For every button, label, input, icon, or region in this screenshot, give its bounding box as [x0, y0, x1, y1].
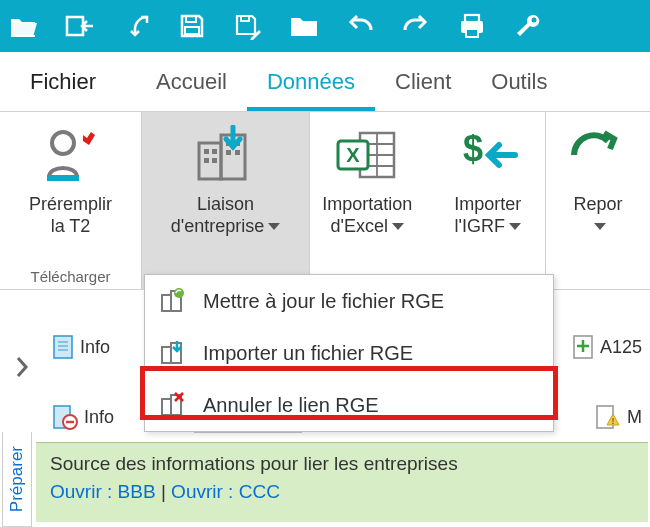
- download-footer-label: Télécharger: [0, 268, 141, 285]
- chevron-down-icon: [509, 223, 521, 230]
- corp-link-label: Liaison d'entreprise: [167, 194, 285, 237]
- import-igrf-label: Importer l'IGRF: [450, 194, 525, 237]
- ribbon: Préremplir la T2 Télécharger Liaison d'e…: [0, 112, 650, 290]
- chevron-down-icon: [594, 223, 606, 230]
- import-excel-label: Importation d'Excel: [318, 194, 416, 237]
- print-icon[interactable]: [454, 8, 490, 44]
- menu-file[interactable]: Fichier: [10, 59, 136, 111]
- igrf-import-icon: $: [453, 120, 523, 190]
- wrench-icon[interactable]: [510, 8, 546, 44]
- prefill-t2-label: Préremplir la T2: [25, 194, 116, 237]
- svg-rect-34: [162, 399, 171, 415]
- building-download-icon: [159, 339, 187, 367]
- svg-rect-10: [47, 175, 79, 181]
- dd-import-rge[interactable]: Importer un fichier RGE: [145, 327, 553, 379]
- menu-home[interactable]: Accueil: [136, 59, 247, 111]
- tab-m-label: M: [627, 407, 642, 428]
- tab-a125-label: A125: [600, 337, 642, 358]
- dd-update-rge[interactable]: Mettre à jour le fichier RGE: [145, 275, 553, 327]
- folder-icon[interactable]: [286, 8, 322, 44]
- undo-icon[interactable]: [342, 8, 378, 44]
- svg-rect-15: [204, 158, 209, 163]
- dd-cancel-rge[interactable]: Annuler le lien RGE: [145, 379, 553, 431]
- svg-rect-6: [466, 29, 478, 37]
- menu-tools[interactable]: Outils: [471, 59, 567, 111]
- chevron-down-icon: [268, 223, 280, 230]
- import-icon[interactable]: [62, 8, 98, 44]
- corp-link-dropdown: Mettre à jour le fichier RGE Importer un…: [144, 274, 554, 432]
- open-ccc-link[interactable]: Ouvrir : CCC: [171, 481, 280, 502]
- export-icon[interactable]: [118, 8, 154, 44]
- building-cancel-icon: [159, 391, 187, 419]
- svg-rect-2: [185, 27, 199, 34]
- svg-rect-13: [204, 149, 209, 154]
- svg-point-9: [52, 132, 74, 154]
- svg-rect-20: [235, 150, 240, 155]
- open-bbb-link[interactable]: Ouvrir : BBB: [50, 481, 156, 502]
- svg-rect-1: [186, 16, 196, 22]
- source-info-box: Source des informations pour lier les en…: [36, 442, 648, 522]
- svg-rect-14: [212, 149, 217, 154]
- svg-rect-5: [465, 15, 479, 22]
- svg-rect-36: [54, 336, 72, 358]
- svg-text:!: !: [612, 416, 615, 426]
- redo-icon[interactable]: [398, 8, 434, 44]
- import-excel-button[interactable]: X Importation d'Excel: [312, 120, 422, 237]
- building-refresh-icon: [159, 287, 187, 315]
- tab-info-bottom[interactable]: Info: [44, 400, 122, 434]
- svg-rect-29: [162, 295, 171, 311]
- tab-info-top[interactable]: Info: [44, 330, 118, 364]
- document-icon: [52, 334, 74, 360]
- svg-rect-32: [162, 347, 171, 363]
- prefill-t2-icon[interactable]: [36, 120, 106, 190]
- excel-import-icon: X: [332, 120, 402, 190]
- expand-panel-button[interactable]: [8, 346, 36, 388]
- save-icon[interactable]: [174, 8, 210, 44]
- carry-forward-icon: [563, 120, 633, 190]
- corp-link-icon: [191, 120, 261, 190]
- dd-import-rge-label: Importer un fichier RGE: [203, 342, 413, 365]
- svg-rect-19: [226, 150, 231, 155]
- carry-forward-label: Repor: [569, 194, 626, 237]
- top-toolbar: [0, 0, 650, 52]
- chevron-down-icon: [392, 223, 404, 230]
- import-igrf-button[interactable]: $ Importer l'IGRF: [433, 120, 543, 237]
- svg-text:$: $: [463, 128, 483, 169]
- svg-point-8: [532, 18, 537, 23]
- svg-rect-3: [241, 16, 249, 21]
- tab-a125[interactable]: A125: [564, 330, 650, 364]
- document-remove-icon: [52, 404, 78, 430]
- dd-update-rge-label: Mettre à jour le fichier RGE: [203, 290, 444, 313]
- svg-rect-11: [199, 143, 221, 179]
- dd-cancel-rge-label: Annuler le lien RGE: [203, 394, 379, 417]
- tab-m[interactable]: ! M: [587, 400, 650, 434]
- vertical-tab-prepare[interactable]: Préparer: [2, 432, 32, 527]
- ribbon-section-corp-link[interactable]: Liaison d'entreprise: [142, 112, 310, 289]
- tab-info-top-label: Info: [80, 337, 110, 358]
- document-add-icon: [572, 334, 594, 360]
- menu-data[interactable]: Données: [247, 59, 375, 111]
- ribbon-section-download: Préremplir la T2 Télécharger: [0, 112, 142, 289]
- menubar: Fichier Accueil Données Client Outils: [0, 52, 650, 112]
- ribbon-section-import: X Importation d'Excel $ Importer l'IGRF: [310, 112, 546, 289]
- source-info-links: Ouvrir : BBB | Ouvrir : CCC: [50, 481, 634, 503]
- save-edit-icon[interactable]: [230, 8, 266, 44]
- document-warning-icon: !: [595, 404, 621, 430]
- folder-open-icon[interactable]: [6, 8, 42, 44]
- source-info-title: Source des informations pour lier les en…: [50, 453, 634, 475]
- tab-info-bottom-label: Info: [84, 407, 114, 428]
- svg-rect-16: [212, 158, 217, 163]
- menu-client[interactable]: Client: [375, 59, 471, 111]
- svg-text:X: X: [347, 144, 361, 166]
- ribbon-section-carry[interactable]: Repor: [546, 112, 650, 289]
